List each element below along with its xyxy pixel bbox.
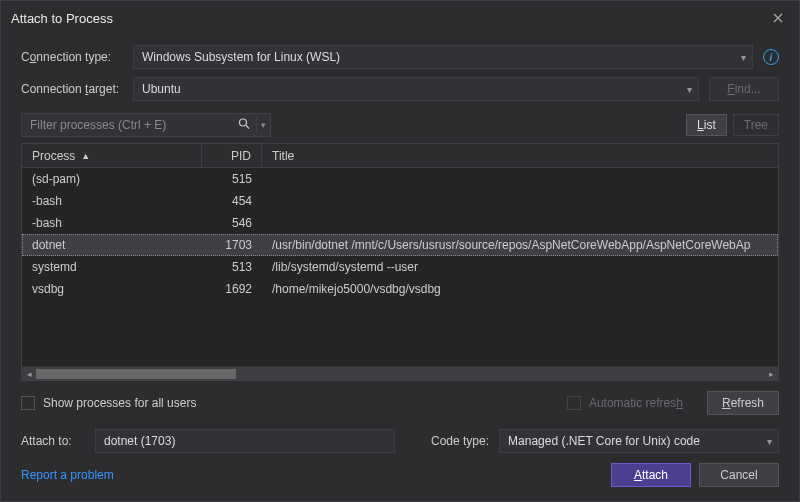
- report-problem-link[interactable]: Report a problem: [21, 468, 114, 482]
- cell-process: -bash: [22, 212, 202, 234]
- view-toggle-group: List Tree: [686, 114, 779, 136]
- connection-target-select[interactable]: Ubuntu ▾: [133, 77, 699, 101]
- connection-target-label: Connection target:: [21, 82, 133, 96]
- show-all-users-checkbox[interactable]: [21, 396, 35, 410]
- filter-dropdown-arrow[interactable]: ▾: [256, 117, 266, 133]
- cell-pid: 454: [202, 190, 262, 212]
- attach-to-label: Attach to:: [21, 434, 85, 448]
- table-row[interactable]: -bash546: [22, 212, 778, 234]
- table-row[interactable]: -bash454: [22, 190, 778, 212]
- attach-to-row: Attach to: dotnet (1703) Code type: Mana…: [21, 429, 779, 453]
- close-icon: [773, 13, 783, 23]
- code-type-label: Code type:: [431, 434, 489, 448]
- cell-title: /lib/systemd/systemd --user: [262, 256, 778, 278]
- dialog-title: Attach to Process: [11, 11, 113, 26]
- column-header-pid[interactable]: PID: [202, 144, 262, 168]
- svg-point-0: [240, 119, 247, 126]
- cell-process: -bash: [22, 190, 202, 212]
- cell-pid: 1692: [202, 278, 262, 300]
- scrollbar-thumb[interactable]: [36, 369, 236, 379]
- filter-input[interactable]: Filter processes (Ctrl + E) ▾: [21, 113, 271, 137]
- scroll-right-icon[interactable]: ▸: [764, 367, 778, 381]
- column-header-title[interactable]: Title: [262, 144, 778, 168]
- process-table: Process ▲ PID Title (sd-pam)515-bash454-…: [21, 143, 779, 381]
- connection-target-row: Connection target: Ubuntu ▾ Find...: [21, 77, 779, 101]
- code-type-select[interactable]: Managed (.NET Core for Unix) code ▾: [499, 429, 779, 453]
- cell-title: /usr/bin/dotnet /mnt/c/Users/usrusr/sour…: [262, 234, 778, 256]
- sort-asc-icon: ▲: [81, 151, 90, 161]
- connection-type-select[interactable]: Windows Subsystem for Linux (WSL) ▾: [133, 45, 753, 69]
- attach-to-field[interactable]: dotnet (1703): [95, 429, 395, 453]
- dialog-content: Connection type: Windows Subsystem for L…: [1, 35, 799, 453]
- show-all-users-label: Show processes for all users: [43, 396, 196, 410]
- attach-to-process-dialog: Attach to Process Connection type: Windo…: [0, 0, 800, 502]
- cell-process: (sd-pam): [22, 168, 202, 190]
- table-header: Process ▲ PID Title: [22, 144, 778, 168]
- cell-title: [262, 190, 778, 212]
- table-row[interactable]: dotnet1703/usr/bin/dotnet /mnt/c/Users/u…: [22, 234, 778, 256]
- chevron-down-icon: ▾: [767, 436, 772, 447]
- table-row[interactable]: vsdbg1692/home/mikejo5000/vsdbg/vsdbg: [22, 278, 778, 300]
- tree-view-toggle: Tree: [733, 114, 779, 136]
- cell-title: /home/mikejo5000/vsdbg/vsdbg: [262, 278, 778, 300]
- find-button: Find...: [709, 77, 779, 101]
- filter-placeholder: Filter processes (Ctrl + E): [30, 118, 166, 132]
- cell-title: [262, 168, 778, 190]
- connection-type-value: Windows Subsystem for Linux (WSL): [142, 50, 340, 64]
- dialog-footer: Report a problem Attach Cancel: [1, 453, 799, 501]
- table-body: (sd-pam)515-bash454-bash546dotnet1703/us…: [22, 168, 778, 366]
- cell-pid: 1703: [202, 234, 262, 256]
- titlebar: Attach to Process: [1, 1, 799, 35]
- cell-pid: 515: [202, 168, 262, 190]
- cell-pid: 546: [202, 212, 262, 234]
- list-view-toggle[interactable]: List: [686, 114, 727, 136]
- connection-type-label: Connection type:: [21, 50, 133, 64]
- auto-refresh-checkbox: [567, 396, 581, 410]
- horizontal-scrollbar[interactable]: ◂ ▸: [22, 366, 778, 380]
- options-row: Show processes for all users Automatic r…: [21, 391, 779, 415]
- connection-target-value: Ubuntu: [142, 82, 181, 96]
- svg-line-1: [246, 126, 249, 129]
- table-row[interactable]: (sd-pam)515: [22, 168, 778, 190]
- chevron-down-icon: ▾: [741, 52, 746, 63]
- filter-row: Filter processes (Ctrl + E) ▾ List Tree: [21, 113, 779, 137]
- footer-buttons: Attach Cancel: [611, 463, 779, 487]
- cell-process: dotnet: [22, 234, 202, 256]
- table-row[interactable]: systemd513/lib/systemd/systemd --user: [22, 256, 778, 278]
- attach-button[interactable]: Attach: [611, 463, 691, 487]
- cell-process: vsdbg: [22, 278, 202, 300]
- cancel-button[interactable]: Cancel: [699, 463, 779, 487]
- column-header-process[interactable]: Process ▲: [22, 144, 202, 168]
- cell-pid: 513: [202, 256, 262, 278]
- refresh-button[interactable]: Refresh: [707, 391, 779, 415]
- auto-refresh-label: Automatic refresh: [589, 396, 683, 410]
- search-icon[interactable]: [238, 118, 250, 133]
- scroll-left-icon[interactable]: ◂: [22, 367, 36, 381]
- connection-type-row: Connection type: Windows Subsystem for L…: [21, 45, 779, 69]
- chevron-down-icon: ▾: [687, 84, 692, 95]
- close-button[interactable]: [763, 7, 793, 29]
- cell-title: [262, 212, 778, 234]
- info-icon[interactable]: i: [763, 49, 779, 65]
- cell-process: systemd: [22, 256, 202, 278]
